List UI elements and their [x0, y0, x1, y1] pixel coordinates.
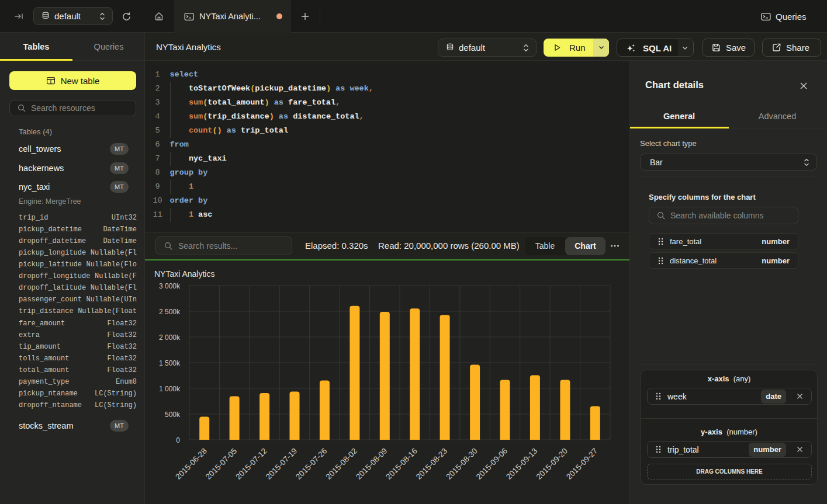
svg-text:2015-09-27: 2015-09-27 [565, 447, 599, 481]
svg-text:2015-08-30: 2015-08-30 [444, 447, 479, 481]
svg-text:2 500k: 2 500k [159, 308, 181, 316]
svg-text:1 500k: 1 500k [159, 359, 181, 367]
svg-text:2015-07-19: 2015-07-19 [264, 447, 299, 481]
svg-text:2015-08-16: 2015-08-16 [384, 447, 418, 481]
svg-text:2 000k: 2 000k [159, 333, 181, 342]
svg-text:2015-08-09: 2015-08-09 [354, 447, 389, 481]
svg-text:2015-07-12: 2015-07-12 [234, 447, 268, 481]
svg-text:2015-09-20: 2015-09-20 [535, 447, 569, 481]
svg-text:0: 0 [176, 436, 180, 444]
svg-text:500k: 500k [165, 411, 181, 419]
svg-text:2015-08-02: 2015-08-02 [324, 447, 359, 481]
svg-text:2015-07-26: 2015-07-26 [294, 447, 328, 481]
svg-text:2015-06-28: 2015-06-28 [174, 447, 208, 481]
svg-text:2015-09-13: 2015-09-13 [504, 447, 539, 481]
svg-text:2015-09-06: 2015-09-06 [475, 447, 509, 481]
svg-text:2015-08-23: 2015-08-23 [414, 447, 449, 481]
svg-text:3 000k: 3 000k [159, 282, 181, 290]
svg-text:2015-07-05: 2015-07-05 [204, 447, 238, 481]
svg-text:1 000k: 1 000k [159, 385, 181, 393]
